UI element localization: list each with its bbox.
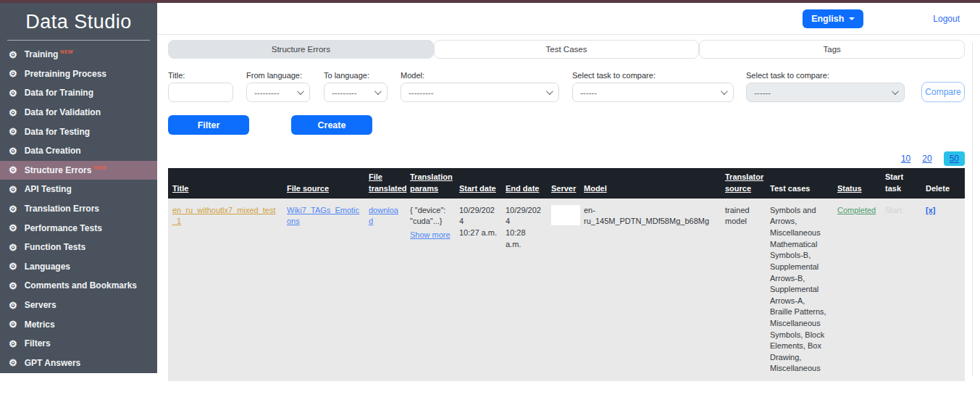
server-cell bbox=[547, 199, 579, 232]
compare-task-2-label: Select task to compare: bbox=[746, 71, 905, 80]
sidebar-item-label: Function Tests bbox=[25, 242, 85, 252]
to-language-value: --------- bbox=[332, 88, 356, 97]
title-input[interactable] bbox=[168, 83, 233, 102]
filter-bar: Title: From language: --------- To langu… bbox=[168, 71, 965, 102]
sidebar-item-label: Filters bbox=[25, 338, 51, 348]
new-badge: new bbox=[93, 165, 106, 170]
model-filter-group: Model: --------- bbox=[401, 71, 559, 102]
sidebar-item-pretraining-process[interactable]: ⚙ Pretraining Process bbox=[0, 64, 157, 84]
gear-icon: ⚙ bbox=[9, 50, 17, 59]
sidebar-item-label: Structure Errorsnew bbox=[25, 165, 107, 175]
page-size-20-link[interactable]: 20 bbox=[922, 154, 931, 164]
sidebar-item-data-creation[interactable]: ⚙ Data Creation bbox=[0, 141, 157, 161]
sidebar-item-label: API Testing bbox=[25, 184, 72, 194]
start-time-text: 10:27 a.m. bbox=[459, 227, 497, 239]
compare-task-1-group: Select task to compare: ------ bbox=[572, 71, 734, 102]
logout-link[interactable]: Logout bbox=[933, 14, 960, 24]
brand-divider bbox=[7, 40, 150, 41]
sidebar-item-data-for-validation[interactable]: ⚙ Data for Validation bbox=[0, 103, 157, 122]
sidebar-item-training[interactable]: ⚙ Trainingnew bbox=[0, 45, 157, 64]
compare-button[interactable]: Compare bbox=[921, 82, 965, 102]
file-source-link[interactable]: Wiki7_TAGs_Emoticons bbox=[287, 206, 359, 226]
sidebar-item-label: Comments and Bookmarks bbox=[25, 280, 137, 291]
col-start-task-header: Start task bbox=[881, 168, 921, 199]
tab-tags[interactable]: Tags bbox=[699, 40, 965, 59]
compare-task-2-select[interactable]: ------ bbox=[746, 83, 905, 102]
sidebar-item-data-for-testing[interactable]: ⚙ Data for Testing bbox=[0, 122, 157, 141]
col-model-header[interactable]: Model bbox=[579, 180, 721, 199]
compare-task-1-label: Select task to compare: bbox=[572, 71, 734, 80]
delete-cell: [x] bbox=[921, 199, 965, 223]
task-title-link[interactable]: en_ru_withoutlx7_mixed_test_1 bbox=[172, 206, 275, 226]
tab-structure-errors[interactable]: Structure Errors bbox=[168, 40, 434, 59]
sidebar-item-structure-errors[interactable]: ⚙ Structure Errorsnew bbox=[0, 161, 157, 180]
sidebar-item-api-testing[interactable]: ⚙ API Testing bbox=[0, 180, 157, 199]
gear-icon: ⚙ bbox=[9, 358, 17, 367]
sidebar-item-performance-tests[interactable]: ⚙ Performance Tests bbox=[0, 218, 157, 238]
from-language-filter-group: From language: --------- bbox=[246, 71, 310, 102]
col-server-header[interactable]: Server bbox=[547, 180, 579, 199]
sidebar-item-function-tests[interactable]: ⚙ Function Tests bbox=[0, 238, 157, 257]
model-value: --------- bbox=[409, 88, 433, 97]
end-date-cell: 10/29/2024 10:28 a.m. bbox=[501, 199, 547, 256]
col-status-header[interactable]: Status bbox=[833, 180, 881, 199]
results-table: Title File source File translated Transl… bbox=[168, 168, 965, 381]
language-dropdown-button[interactable]: English bbox=[803, 9, 863, 28]
chevron-down-icon bbox=[892, 88, 899, 95]
create-button[interactable]: Create bbox=[291, 115, 372, 135]
title-cell: en_ru_withoutlx7_mixed_test_1 bbox=[168, 199, 282, 234]
from-language-value: --------- bbox=[254, 88, 279, 97]
sidebar-item-label: Data for Training bbox=[25, 88, 93, 98]
server-empty-box bbox=[551, 205, 580, 225]
sidebar-item-languages[interactable]: ⚙ Languages bbox=[0, 257, 157, 277]
gear-icon: ⚙ bbox=[9, 204, 17, 214]
from-language-select[interactable]: --------- bbox=[246, 83, 310, 102]
file-translated-cell: download bbox=[364, 199, 406, 234]
download-link[interactable]: download bbox=[369, 206, 398, 226]
app-title: Data Studio bbox=[0, 3, 157, 40]
col-translator-source-header[interactable]: Translator source bbox=[721, 168, 766, 199]
end-time-text: 10:28 a.m. bbox=[506, 227, 543, 250]
to-language-label: To language: bbox=[324, 71, 388, 80]
chevron-down-icon bbox=[546, 88, 553, 95]
col-file-translated-header[interactable]: File translated bbox=[364, 168, 406, 199]
translation-params-text: { "device": "cuda"...} bbox=[410, 206, 445, 226]
end-date-text: 10/29/2024 bbox=[506, 205, 543, 227]
sidebar-item-data-for-training[interactable]: ⚙ Data for Training bbox=[0, 83, 157, 103]
translation-params-cell: { "device": "cuda"...} Show more bbox=[406, 199, 455, 248]
delete-link[interactable]: [x] bbox=[926, 206, 935, 214]
sidebar-item-gpt-answers[interactable]: ⚙ GPT Answers bbox=[0, 354, 157, 373]
sidebar-item-label: Trainingnew bbox=[25, 49, 74, 59]
gear-icon: ⚙ bbox=[9, 262, 17, 271]
page-size-50-link[interactable]: 50 bbox=[944, 151, 965, 166]
main-area: English Logout Structure Errors Test Cas… bbox=[157, 3, 980, 405]
sidebar-item-label: GPT Answers bbox=[25, 358, 81, 368]
gear-icon: ⚙ bbox=[9, 281, 17, 291]
to-language-select[interactable]: --------- bbox=[324, 83, 388, 102]
gear-icon: ⚙ bbox=[9, 185, 17, 194]
sidebar-item-filters[interactable]: ⚙ Filters bbox=[0, 334, 157, 354]
gear-icon: ⚙ bbox=[9, 88, 17, 98]
show-more-link[interactable]: Show more bbox=[410, 230, 451, 241]
col-start-date-header[interactable]: Start date bbox=[455, 180, 501, 199]
compare-task-2-group: Select task to compare: ------ bbox=[746, 71, 905, 102]
col-file-source-header[interactable]: File source bbox=[282, 180, 364, 199]
chevron-down-icon bbox=[374, 88, 382, 95]
compare-task-1-select[interactable]: ------ bbox=[572, 83, 734, 102]
sidebar-item-metrics[interactable]: ⚙ Metrics bbox=[0, 314, 157, 334]
sidebar-item-comments-and-bookmarks[interactable]: ⚙ Comments and Bookmarks bbox=[0, 276, 157, 296]
filter-button[interactable]: Filter bbox=[168, 115, 249, 135]
page-size-10-link[interactable]: 10 bbox=[901, 154, 910, 164]
sidebar-item-translation-errors[interactable]: ⚙ Translation Errors bbox=[0, 199, 157, 219]
col-translation-params-header[interactable]: Translation params bbox=[406, 168, 455, 199]
col-end-date-header[interactable]: End date bbox=[501, 180, 547, 199]
gear-icon: ⚙ bbox=[9, 223, 17, 233]
col-title-header[interactable]: Title bbox=[168, 180, 282, 199]
status-completed-link[interactable]: Completed bbox=[837, 206, 876, 214]
sidebar-item-servers[interactable]: ⚙ Servers bbox=[0, 296, 157, 315]
gear-icon: ⚙ bbox=[9, 146, 17, 156]
sidebar-item-label: Translation Errors bbox=[25, 204, 99, 214]
model-select[interactable]: --------- bbox=[401, 83, 559, 102]
sidebar-item-label: Data for Testing bbox=[25, 127, 90, 137]
tab-test-cases[interactable]: Test Cases bbox=[434, 40, 700, 59]
